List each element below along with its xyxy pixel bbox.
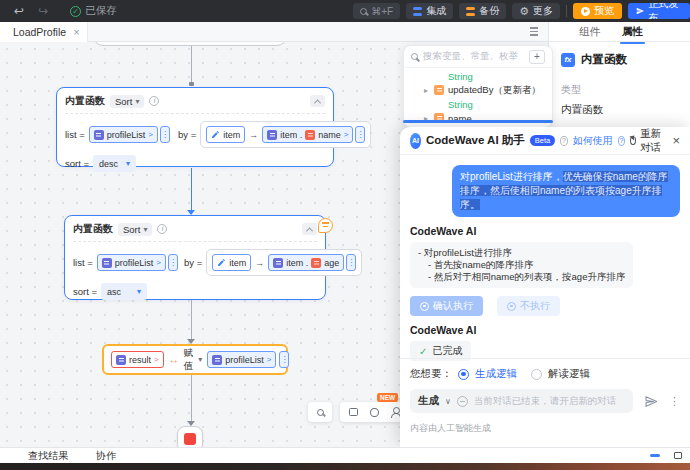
howto-link[interactable]: 如何使用 <box>573 134 613 148</box>
sort-label: sort = <box>73 286 97 297</box>
howto-help-icon[interactable]: ? <box>618 136 625 146</box>
minimize-panel-icon[interactable] <box>650 454 660 457</box>
comment-marker-icon[interactable] <box>318 218 333 233</box>
caret-down-icon[interactable]: ▾ <box>198 355 202 364</box>
redo-icon[interactable]: ↪ <box>38 4 48 18</box>
reject-execute-button[interactable]: 不执行 <box>497 296 560 316</box>
chevron-right-icon: > <box>148 130 153 139</box>
publish-label: 正式发布 <box>648 3 682 19</box>
param-chip[interactable]: item <box>206 126 245 143</box>
list-value-chip[interactable]: profileList > <box>97 254 166 271</box>
node-category: 内置函数 <box>65 94 105 108</box>
assign-node[interactable]: result > ↔ 赋值 ▾ profileList > ⋮ <box>102 344 288 375</box>
add-variable-button[interactable]: + <box>529 50 545 64</box>
sort-node-2[interactable]: 内置函数 Sort ▾ i list = profileList > ⋮ by … <box>64 215 326 300</box>
sort-order-select[interactable]: desc ▾ <box>93 155 136 172</box>
undo-icon[interactable]: ↩ <box>14 4 24 18</box>
tab-properties[interactable]: 属性 <box>622 25 643 39</box>
collapse-button[interactable] <box>302 223 317 235</box>
ai-plan-card: - 对profileList进行排序 - 首先按name的降序排序 - 然后对于… <box>410 242 633 288</box>
expression-chip[interactable]: item . age <box>268 254 344 271</box>
canvas-search-button[interactable] <box>308 402 332 422</box>
chip-menu-icon[interactable]: ⋮ <box>279 351 289 368</box>
expand-panel-icon[interactable] <box>674 452 682 459</box>
param-chip[interactable]: item <box>212 254 251 271</box>
integrate-label: 集成 <box>426 4 446 18</box>
beta-badge: Beta <box>530 135 555 146</box>
save-status: ✓ 已保存 <box>70 4 117 18</box>
outline-toggle-icon[interactable] <box>526 26 538 38</box>
arrow-right-icon: → <box>255 258 264 268</box>
function-select[interactable]: Sort ▾ <box>110 95 144 108</box>
search-placeholder: 搜索变量、常量、枚举 <box>423 50 524 63</box>
restart-conversation-button[interactable]: 重新对话 <box>630 127 662 155</box>
function-select[interactable]: Sort ▾ <box>118 223 152 236</box>
tree-item-updatedby[interactable]: ▸ updatedBy（更新者） <box>404 84 552 96</box>
play-icon <box>581 7 590 16</box>
assign-target: result <box>129 355 151 365</box>
assign-target-chip[interactable]: result > <box>111 351 164 368</box>
assign-source-chip[interactable]: profileList > <box>207 351 276 368</box>
chip-menu-icon[interactable]: ⋮ <box>160 126 170 143</box>
user-message-bubble: 对profileList进行排序，优先确保按name的降序排序，然后使相同nam… <box>452 165 680 217</box>
search-button[interactable]: ⌘+F <box>353 3 400 19</box>
minimap-icon[interactable] <box>349 408 358 416</box>
collaboration-tab[interactable]: 协作 <box>96 449 116 463</box>
by-expression-group[interactable]: item → item . name > ⋮ <box>200 121 371 148</box>
ai-panel-title: CodeWave AI 助手 <box>426 133 525 148</box>
integrate-button[interactable]: 集成 <box>406 3 453 19</box>
preview-button[interactable]: 预览 <box>573 3 622 19</box>
more-label: 更多 <box>533 4 553 18</box>
variable-search-input[interactable]: 搜索变量、常量、枚举 + <box>404 46 552 68</box>
mode-select[interactable]: 生成 <box>418 394 439 408</box>
caret-down-icon: ▾ <box>143 225 147 234</box>
variable-icon <box>102 258 112 268</box>
collapse-button[interactable] <box>310 95 325 107</box>
option-explain-label[interactable]: 解读逻辑 <box>548 367 590 381</box>
input-more-icon[interactable]: ⋮ <box>669 395 680 408</box>
list-value: profileList <box>115 258 154 268</box>
tab-loadprofile[interactable]: LoadProfile × <box>0 22 88 42</box>
publish-button[interactable]: 正式发布 <box>628 3 690 19</box>
bot-name-label: CodeWave AI <box>410 324 680 336</box>
status-bar: 查找结果 协作 <box>0 447 690 463</box>
fx-icon: fx <box>561 53 575 67</box>
tab-components[interactable]: 组件 <box>579 25 600 39</box>
sort-node-1[interactable]: 内置函数 Sort ▾ i list = profileList > ⋮ by … <box>56 87 334 167</box>
restart-label: 重新对话 <box>640 127 662 155</box>
pencil-icon <box>217 258 226 267</box>
list-value: profileList <box>107 130 146 140</box>
assign-source: profileList <box>225 355 264 365</box>
comments-icon[interactable] <box>370 408 379 417</box>
by-label: by = <box>184 257 202 268</box>
collaborators-icon[interactable] <box>391 407 399 417</box>
radio-generate-logic[interactable] <box>458 369 469 380</box>
by-expression-group[interactable]: item → item . age ⋮ <box>206 249 362 276</box>
chip-menu-icon[interactable]: ⋮ <box>168 254 178 271</box>
backup-button[interactable]: 备份 <box>459 3 506 19</box>
radio-explain-logic[interactable] <box>531 369 542 380</box>
find-results-tab[interactable]: 查找结果 <box>28 449 68 463</box>
chip-menu-icon[interactable]: ⋮ <box>355 126 365 143</box>
tab-close-icon[interactable]: × <box>73 26 79 38</box>
send-icon[interactable] <box>645 395 657 408</box>
list-value-chip[interactable]: profileList > <box>89 126 158 143</box>
more-button[interactable]: ⚙ 更多 <box>512 3 560 19</box>
sort-order-value: desc <box>99 159 118 169</box>
saved-check-icon: ✓ <box>70 6 81 17</box>
sort-order-select[interactable]: asc ▾ <box>101 283 147 300</box>
backup-label: 备份 <box>479 4 499 18</box>
option-generate-label[interactable]: 生成逻辑 <box>475 367 517 381</box>
type-label: String <box>448 99 473 110</box>
confirm-execute-button[interactable]: 确认执行 <box>410 296 483 316</box>
type-field-label: 类型 <box>561 83 678 97</box>
close-panel-icon[interactable]: × <box>672 133 680 148</box>
chevron-up-icon <box>314 99 321 106</box>
caret-down-icon: ▾ <box>137 287 141 296</box>
chip-menu-icon[interactable]: ⋮ <box>346 254 356 271</box>
ai-chat-input[interactable]: 生成 ∨ 当前对话已结束，请开启新的对话 <box>410 389 633 413</box>
gear-icon: ⚙ <box>519 5 529 18</box>
search-icon <box>360 8 367 15</box>
expression-chip[interactable]: item . name > <box>262 126 353 143</box>
expand-icon[interactable]: ▸ <box>422 86 430 95</box>
